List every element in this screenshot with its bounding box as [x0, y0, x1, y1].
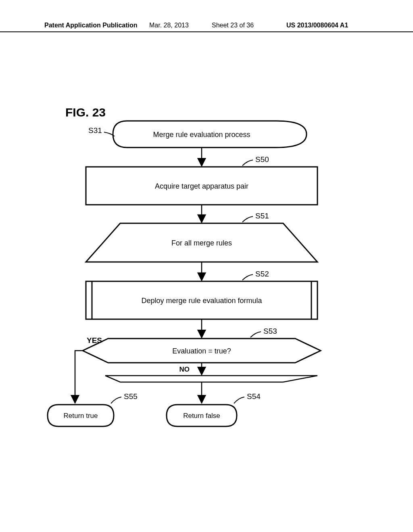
label-s53: S53 — [250, 327, 277, 337]
label-s31-text: S31 — [88, 126, 102, 135]
step-s54: Return false — [167, 405, 237, 426]
page: Patent Application Publication Mar. 28, … — [0, 0, 413, 532]
label-s54: S54 — [234, 392, 261, 403]
label-s52-text: S52 — [255, 270, 269, 278]
branch-no: NO — [179, 363, 202, 375]
label-s52: S52 — [242, 270, 269, 280]
label-s55: S55 — [111, 392, 138, 403]
branch-no-text: NO — [179, 366, 190, 373]
step-s31-text: Merge rule evaluation process — [153, 131, 250, 139]
step-s51: For all merge rules — [86, 223, 317, 262]
label-s31: S31 — [88, 126, 115, 136]
step-s52: Deploy merge rule evaluation formula — [86, 281, 317, 319]
label-s51: S51 — [242, 212, 269, 222]
flowchart: Merge rule evaluation process S31 Acquir… — [0, 0, 413, 532]
step-s53-text: Evaluation = true? — [172, 347, 231, 355]
loop-close — [105, 376, 317, 382]
step-s52-text: Deploy merge rule evaluation formula — [141, 297, 262, 305]
step-s55: Return true — [48, 405, 114, 426]
step-s53: Evaluation = true? — [83, 339, 321, 363]
step-s54-text: Return false — [183, 412, 220, 420]
label-s54-text: S54 — [247, 392, 261, 401]
branch-yes-text: YES — [87, 336, 102, 345]
step-s31: Merge rule evaluation process — [113, 121, 307, 148]
label-s53-text: S53 — [263, 327, 277, 335]
label-s50: S50 — [242, 155, 269, 166]
label-s55-text: S55 — [124, 392, 138, 401]
step-s55-text: Return true — [63, 412, 98, 420]
step-s50: Acquire target apparatus pair — [86, 167, 317, 205]
step-s50-text: Acquire target apparatus pair — [155, 182, 248, 190]
label-s50-text: S50 — [255, 155, 269, 164]
label-s51-text: S51 — [255, 212, 269, 220]
step-s51-text: For all merge rules — [171, 239, 232, 247]
